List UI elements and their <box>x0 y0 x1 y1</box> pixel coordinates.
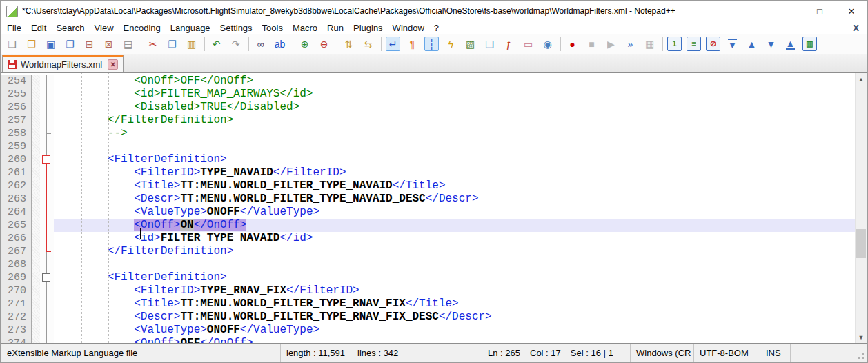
code-line[interactable]: <ValueType>ONOFF</ValueType> <box>54 206 855 219</box>
code-area[interactable]: 254 <OnOff>OFF</OnOff>255 <id>FILTER_MAP… <box>1 73 855 343</box>
bookmark-margin[interactable] <box>32 245 40 258</box>
code-line[interactable]: <Title>TT:MENU.WORLD_FILTER_TYPE_NAVAID<… <box>54 179 855 193</box>
new-file-button[interactable]: ❏ <box>5 37 19 51</box>
bookmark-margin[interactable] <box>32 193 40 206</box>
compare-set-first-button[interactable]: 1 <box>667 37 682 51</box>
function-list-button[interactable]: ƒ <box>502 37 516 51</box>
code-line[interactable]: --> <box>54 127 855 140</box>
line-number[interactable]: 263 <box>1 193 32 206</box>
monitoring-button[interactable]: ◉ <box>540 37 555 51</box>
line-number[interactable]: 269 <box>1 271 32 284</box>
tab-close-icon[interactable]: ✕ <box>108 59 118 70</box>
folder-as-workspace-button[interactable]: ▭ <box>521 37 535 51</box>
compare-last-diff-button[interactable]: ▲ <box>783 37 798 51</box>
line-number[interactable]: 265 <box>1 219 32 232</box>
compare-nav-bar-button[interactable]: ▥ <box>802 37 817 51</box>
code-line[interactable]: <Descr>TT:MENU.WORLD_FILTER_TYPE_RNAV_FI… <box>54 311 855 324</box>
sync-horizontal-scroll-button[interactable]: ⇆ <box>361 37 375 51</box>
copy-button[interactable]: ❐ <box>165 37 179 51</box>
code-line[interactable]: <OnOff>OFF</OnOff> <box>54 337 855 343</box>
line-number[interactable]: 254 <box>1 75 32 88</box>
fold-collapse-box[interactable] <box>40 153 54 166</box>
vertical-scrollbar[interactable]: ▲ ▼ <box>855 73 867 343</box>
menu-window[interactable]: Window <box>388 23 429 33</box>
line-number[interactable]: 266 <box>1 232 32 245</box>
compare-prev-diff-button[interactable]: ▲ <box>744 37 759 51</box>
line-number[interactable]: 255 <box>1 88 32 101</box>
document-map-button[interactable]: ▨ <box>463 37 477 51</box>
show-all-characters-button[interactable]: ¶ <box>405 37 420 51</box>
zoom-out-button[interactable]: ⊖ <box>317 37 331 51</box>
menubar-close-document-button[interactable]: X <box>853 23 859 33</box>
close-button[interactable]: ✕ <box>836 1 867 21</box>
menu-encoding[interactable]: Encoding <box>119 23 166 33</box>
menu-search[interactable]: Search <box>51 23 89 33</box>
status-typing-mode[interactable]: INS <box>760 344 790 362</box>
menu-macro[interactable]: Macro <box>288 23 322 33</box>
compare-next-diff-button[interactable]: ▼ <box>764 37 778 51</box>
scrollbar-down-arrow-icon[interactable]: ▼ <box>856 331 867 343</box>
macro-stop-button[interactable]: ■ <box>584 37 599 51</box>
bookmark-margin[interactable] <box>32 324 40 337</box>
line-number[interactable]: 270 <box>1 284 32 297</box>
menu-plugins[interactable]: Plugins <box>348 23 388 33</box>
code-line[interactable]: <Title>TT:MENU.WORLD_FILTER_TYPE_RNAV_FI… <box>54 297 855 311</box>
code-line[interactable]: <FilterDefinition> <box>54 153 855 166</box>
code-line[interactable]: <FilterDefinition> <box>54 271 855 284</box>
bookmark-margin[interactable] <box>32 153 40 166</box>
bookmark-margin[interactable] <box>32 284 40 297</box>
open-file-button[interactable]: ❒ <box>24 37 39 51</box>
bookmark-margin[interactable] <box>32 337 40 343</box>
bookmark-margin[interactable] <box>32 258 40 271</box>
bookmark-margin[interactable] <box>32 206 40 219</box>
status-cursor-position[interactable]: Ln : 265 Col : 17 Sel : 16 | 1 <box>482 344 630 362</box>
find-button[interactable]: ∞ <box>253 37 268 51</box>
code-line[interactable] <box>54 258 855 271</box>
scrollbar-up-arrow-icon[interactable]: ▲ <box>856 73 867 85</box>
compare-first-diff-button[interactable]: ▼ <box>725 37 740 51</box>
undo-button[interactable]: ↶ <box>209 37 224 51</box>
code-line[interactable]: </FilterDefinition> <box>54 114 855 127</box>
bookmark-margin[interactable] <box>32 179 40 193</box>
macro-save-button[interactable]: ▦ <box>642 37 657 51</box>
word-wrap-button[interactable]: ↵ <box>386 37 400 51</box>
line-number[interactable]: 267 <box>1 245 32 258</box>
code-line[interactable] <box>54 140 855 153</box>
line-number[interactable]: 274 <box>1 337 32 343</box>
menu-view[interactable]: View <box>90 23 119 33</box>
bookmark-margin[interactable] <box>32 219 40 232</box>
document-list-button[interactable]: ❑ <box>482 37 497 51</box>
line-number[interactable]: 259 <box>1 140 32 153</box>
bookmark-margin[interactable] <box>32 271 40 284</box>
save-file-button[interactable]: ▣ <box>43 37 58 51</box>
line-number[interactable]: 264 <box>1 206 32 219</box>
code-line[interactable]: <FilterID>TYPE_RNAV_FIX</FilterID> <box>54 284 855 297</box>
code-line[interactable]: <id>FILTER_MAP_AIRWAYS</id> <box>54 88 855 101</box>
code-line[interactable]: <ValueType>ONOFF</ValueType> <box>54 324 855 337</box>
line-number[interactable]: 272 <box>1 311 32 324</box>
maximize-button[interactable]: □ <box>804 1 836 21</box>
line-number[interactable]: 258 <box>1 127 32 140</box>
menu-edit[interactable]: Edit <box>26 23 51 33</box>
resize-grip[interactable] <box>862 353 864 355</box>
menu-help[interactable]: ? <box>429 23 444 33</box>
bookmark-margin[interactable] <box>32 101 40 114</box>
menu-tools[interactable]: Tools <box>257 23 288 33</box>
current-code-line[interactable]: <OnOff>ON</OnOff> <box>54 219 855 232</box>
line-number[interactable]: 268 <box>1 258 32 271</box>
sync-vertical-scroll-button[interactable]: ⇅ <box>342 37 356 51</box>
code-line[interactable]: <FilterID>TYPE_NAVAID</FilterID> <box>54 166 855 179</box>
show-indent-guide-button[interactable]: ┆ <box>424 37 439 51</box>
macro-play-button[interactable]: ▶ <box>604 37 618 51</box>
bookmark-margin[interactable] <box>32 127 40 140</box>
close-file-button[interactable]: ⊟ <box>82 37 97 51</box>
macro-run-multiple-button[interactable]: » <box>623 37 638 51</box>
line-number[interactable]: 257 <box>1 114 32 127</box>
bookmark-margin[interactable] <box>32 88 40 101</box>
line-number[interactable]: 261 <box>1 166 32 179</box>
menu-language[interactable]: Language <box>166 23 215 33</box>
redo-button[interactable]: ↷ <box>228 37 243 51</box>
bookmark-margin[interactable] <box>32 297 40 311</box>
code-line[interactable]: <Descr>TT:MENU.WORLD_FILTER_TYPE_NAVAID_… <box>54 193 855 206</box>
bookmark-margin[interactable] <box>32 166 40 179</box>
